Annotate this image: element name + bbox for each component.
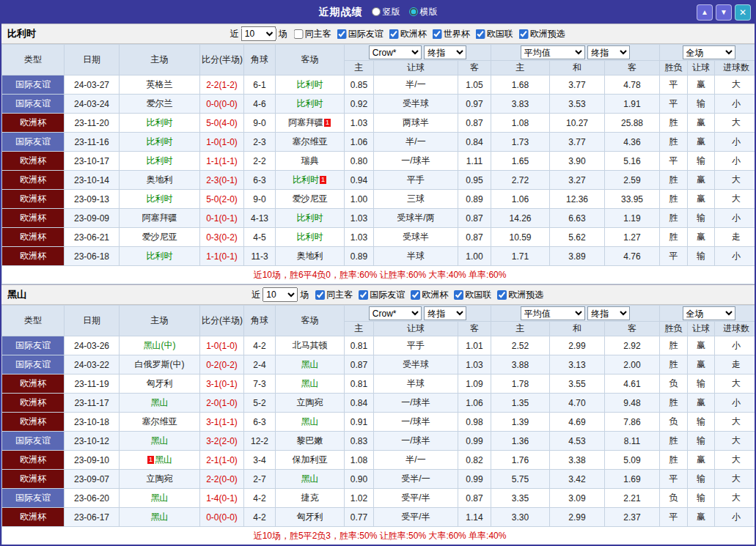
handicap-result-cell: 输 [688,152,715,171]
filter-label: 欧洲杯 [422,289,448,301]
goals-result-cell: 大 [715,114,756,133]
col-away: 客场 [276,306,345,336]
panel-title: 近期战绩 [319,6,363,19]
layout-radio-vertical[interactable]: 竖版 [372,6,400,18]
goals-result-cell: 走 [715,355,756,375]
away-team-name: 黑山 [301,378,319,388]
match-type-badge: 国际友谊 [2,95,65,114]
home-team-name: 黑山 [151,512,169,522]
away-odds-cell: 0.99 [458,432,491,451]
away-odds-cell: 1.09 [458,375,491,394]
odds-stage-select[interactable]: 终指 [424,45,466,59]
average-select[interactable]: 平均值 [521,45,585,59]
filter-4[interactable]: 欧国联 [476,28,513,40]
filter-2[interactable]: 欧洲杯 [389,28,427,40]
filter-0[interactable]: 同主客 [315,289,353,301]
match-count-select[interactable]: 10 [241,26,276,41]
avg-draw-cell: 2.99 [550,336,605,355]
filter-3[interactable]: 世界杯 [433,28,470,40]
col-type: 类型 [2,306,65,336]
average-select[interactable]: 平均值 [521,306,585,320]
home-odds-cell: 1.06 [345,133,374,152]
filter-1[interactable]: 国际友谊 [359,289,405,301]
corner-cell: 2-7 [244,470,276,489]
filter-checkbox[interactable] [315,290,325,300]
away-odds-cell: 0.99 [458,470,491,489]
layout-radio-horizontal[interactable]: 横版 [409,6,438,18]
avg-away-cell: 4.36 [605,133,660,152]
filter-checkbox[interactable] [337,29,347,39]
filter-3[interactable]: 欧国联 [454,289,491,301]
col-home: 主场 [120,45,200,75]
filter-5[interactable]: 欧洲预选 [519,28,565,40]
col-avg-away: 客 [605,322,660,336]
result-cell: 胜 [660,394,688,413]
match-date: 23-10-17 [65,152,120,171]
away-team-cell: 保加利亚 [276,451,345,470]
bookmaker-select[interactable]: Crow* [369,306,422,320]
corner-cell: 4-2 [244,508,276,527]
away-team-name: 比利时 [297,232,323,242]
handicap-cell: 一/球半 [374,432,458,451]
filter-checkbox[interactable] [411,290,420,300]
home-team-cell: 爱沙尼亚 [120,228,200,247]
filter-checkbox[interactable] [454,290,463,300]
result-cell: 胜 [660,171,688,190]
away-team-cell: 比利时 [276,209,345,228]
home-team-cell: 黑山 [120,394,200,413]
handicap-result-cell: 赢 [688,75,715,95]
handicap-result-cell: 赢 [688,228,715,247]
avg-draw-cell: 6.63 [550,209,605,228]
section-team-name: 黑山 [7,288,26,301]
avg-away-cell: 1.27 [605,228,660,247]
filter-0[interactable]: 同主客 [294,28,331,40]
match-date: 23-10-14 [65,171,120,190]
bookmaker-select[interactable]: Crow* [369,45,422,59]
close-icon[interactable]: ✕ [735,4,751,21]
filter-checkbox[interactable] [389,29,399,39]
filter-4[interactable]: 欧洲预选 [497,289,543,301]
col-odds-away: 客 [458,322,491,336]
away-team-cell: 比利时 [276,75,345,95]
average-stage-select[interactable]: 终指 [587,306,630,320]
layout-radio-input[interactable] [409,7,418,16]
result-cell: 胜 [660,228,688,247]
match-date: 23-06-20 [65,489,120,508]
score-cell: 1-1(1-1) [200,152,244,171]
avg-home-cell: 1.76 [491,451,550,470]
match-type-badge: 欧洲杯 [2,375,65,394]
avg-home-cell: 2.72 [491,171,550,190]
header-row-groups: 类型 日期 主场 比分(半场) 角球 客场 Crow* 终指 平均值 终指 [2,306,756,322]
col-goals: 进球数 [715,322,756,336]
filter-2[interactable]: 欧洲杯 [411,289,448,301]
handicap-result-cell: 赢 [688,133,715,152]
average-stage-select[interactable]: 终指 [587,45,630,59]
away-team-cell: 塞尔维亚 [276,133,345,152]
avg-draw-cell: 3.38 [550,451,605,470]
result-cell: 平 [660,95,688,114]
score-cell: 2-1(1-0) [200,451,244,470]
odds-group-header: Crow* 终指 [345,306,491,322]
handicap-cell: 两球半 [374,114,458,133]
filter-checkbox[interactable] [433,29,442,39]
move-up-icon[interactable]: ▲ [697,4,713,21]
filter-checkbox[interactable] [497,290,507,300]
match-date: 23-06-17 [65,508,120,527]
scope-select[interactable]: 全场 [683,45,735,59]
filter-1[interactable]: 国际友谊 [337,28,383,40]
odds-stage-select[interactable]: 终指 [424,306,466,320]
move-down-icon[interactable]: ▼ [716,4,732,21]
handicap-cell: 一/球半 [374,413,458,432]
scope-select[interactable]: 全场 [683,306,735,320]
filter-checkbox[interactable] [476,29,485,39]
filter-checkbox[interactable] [519,29,529,39]
home-team-cell: 比利时 [120,133,200,152]
avg-away-cell: 4.61 [605,375,660,394]
layout-radio-input[interactable] [372,7,381,16]
filter-checkbox[interactable] [359,290,368,300]
match-count-select[interactable]: 10 [263,287,298,302]
filter-checkbox[interactable] [294,29,304,39]
home-odds-cell: 0.89 [345,247,374,266]
avg-home-cell: 3.83 [491,95,550,114]
home-team-name: 黑山 [151,397,169,407]
